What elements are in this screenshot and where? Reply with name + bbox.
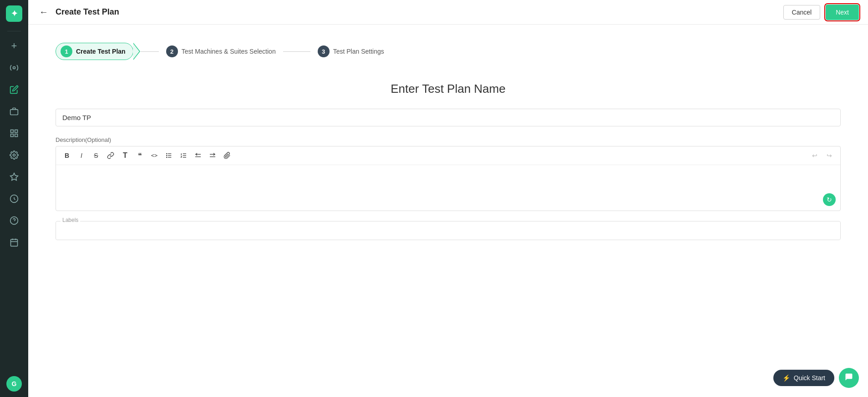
toolbar-undo[interactable]: ↩ bbox=[808, 149, 821, 162]
next-button[interactable]: Next bbox=[826, 5, 859, 20]
editor-toolbar: B I S T ❝ <> bbox=[56, 146, 840, 165]
sidebar-icon-star[interactable] bbox=[5, 168, 23, 186]
sidebar-icon-grid[interactable] bbox=[5, 124, 23, 142]
step-3-bubble: 3 bbox=[318, 45, 330, 57]
stepper: 1 Create Test Plan 2 Test Machines & Sui… bbox=[56, 43, 841, 60]
svg-point-6 bbox=[13, 154, 15, 156]
toolbar-strikethrough[interactable]: S bbox=[90, 149, 102, 162]
toolbar-ordered-list[interactable] bbox=[177, 149, 190, 162]
user-avatar[interactable]: G bbox=[6, 376, 22, 392]
main-content: ← Create Test Plan Cancel Next 1 Create … bbox=[28, 0, 868, 397]
labels-input[interactable] bbox=[56, 221, 840, 240]
svg-rect-1 bbox=[10, 110, 18, 115]
step-3-label: Test Plan Settings bbox=[333, 48, 384, 55]
sidebar: ✦ + G bbox=[0, 0, 28, 397]
toolbar-link[interactable] bbox=[104, 149, 117, 162]
svg-rect-4 bbox=[11, 134, 14, 137]
sidebar-icon-calendar[interactable] bbox=[5, 233, 23, 251]
quick-start-button[interactable]: ⚡ Quick Start bbox=[773, 370, 834, 386]
lightning-icon: ⚡ bbox=[782, 374, 790, 382]
sidebar-icon-circle[interactable] bbox=[5, 190, 23, 208]
svg-rect-2 bbox=[11, 130, 14, 133]
chat-button[interactable] bbox=[839, 368, 859, 388]
cancel-button[interactable]: Cancel bbox=[783, 5, 821, 20]
editor-spinner: ↻ bbox=[823, 193, 836, 206]
toolbar-attachment[interactable] bbox=[221, 149, 233, 162]
labels-legend: Labels bbox=[61, 217, 80, 223]
svg-marker-7 bbox=[10, 173, 18, 181]
svg-point-20 bbox=[167, 157, 167, 157]
toolbar-text[interactable]: T bbox=[119, 149, 132, 162]
step-separator-2 bbox=[283, 51, 310, 52]
step-separator-1 bbox=[141, 51, 159, 52]
step-2-label: Test Machines & Suites Selection bbox=[182, 48, 276, 55]
svg-point-0 bbox=[13, 67, 15, 69]
step-2-bubble: 2 bbox=[166, 45, 178, 57]
sidebar-icon-help[interactable] bbox=[5, 211, 23, 230]
bottom-bar: ⚡ Quick Start bbox=[773, 368, 859, 388]
step-1[interactable]: 1 Create Test Plan bbox=[56, 43, 133, 60]
back-button[interactable]: ← bbox=[37, 5, 50, 19]
toolbar-italic[interactable]: I bbox=[75, 149, 88, 162]
sidebar-divider bbox=[7, 31, 21, 31]
header: ← Create Test Plan Cancel Next bbox=[28, 0, 868, 25]
page-title: Create Test Plan bbox=[56, 7, 119, 17]
svg-rect-5 bbox=[15, 134, 18, 137]
labels-wrapper: Labels bbox=[56, 221, 841, 240]
editor-body[interactable]: ↻ bbox=[56, 165, 840, 211]
toolbar-indent-left[interactable] bbox=[192, 149, 204, 162]
svg-rect-11 bbox=[11, 239, 18, 246]
toolbar-bullet-list[interactable] bbox=[162, 149, 175, 162]
svg-rect-3 bbox=[15, 130, 18, 133]
toolbar-quote[interactable]: ❝ bbox=[133, 149, 146, 162]
toolbar-redo[interactable]: ↪ bbox=[823, 149, 836, 162]
sidebar-icon-settings[interactable] bbox=[5, 146, 23, 164]
step-2[interactable]: 2 Test Machines & Suites Selection bbox=[166, 45, 276, 57]
svg-point-19 bbox=[167, 155, 167, 156]
sidebar-icon-briefcase[interactable] bbox=[5, 102, 23, 121]
chat-icon bbox=[844, 372, 853, 384]
form-title: Enter Test Plan Name bbox=[56, 82, 841, 96]
step-1-bubble: 1 bbox=[61, 45, 72, 57]
svg-point-18 bbox=[167, 153, 167, 154]
description-editor: B I S T ❝ <> bbox=[56, 146, 841, 211]
step-1-label: Create Test Plan bbox=[76, 48, 126, 55]
plan-name-input[interactable] bbox=[56, 109, 841, 126]
sidebar-icon-dashboard[interactable] bbox=[5, 59, 23, 77]
sidebar-icon-add[interactable]: + bbox=[5, 37, 23, 55]
toolbar-indent-right[interactable] bbox=[206, 149, 219, 162]
quick-start-label: Quick Start bbox=[794, 374, 825, 382]
content-area: 1 Create Test Plan 2 Test Machines & Sui… bbox=[28, 25, 868, 397]
description-label: Description(Optional) bbox=[56, 136, 841, 143]
app-logo[interactable]: ✦ bbox=[6, 5, 22, 22]
step-3[interactable]: 3 Test Plan Settings bbox=[318, 45, 384, 57]
sidebar-icon-edit[interactable] bbox=[5, 80, 23, 99]
toolbar-code[interactable]: <> bbox=[148, 149, 161, 162]
toolbar-bold[interactable]: B bbox=[61, 149, 73, 162]
